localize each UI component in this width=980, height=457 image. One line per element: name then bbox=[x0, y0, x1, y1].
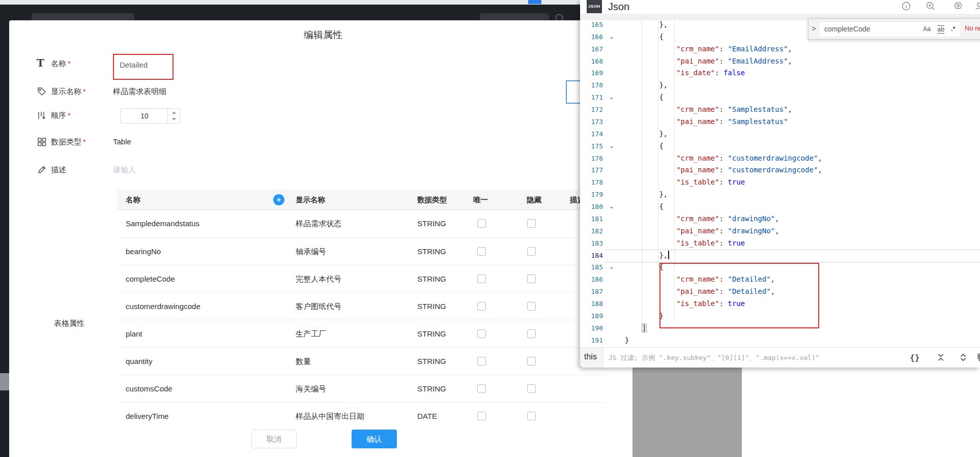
cell-display-name[interactable]: 客户图纸代号 bbox=[296, 293, 341, 320]
cell-display-name[interactable]: 完整人本代号 bbox=[296, 265, 341, 293]
fold-chevron-icon[interactable]: ⌄ bbox=[607, 92, 617, 103]
attribute-table-header: 名称 + 显示名称 数据类型 唯一 隐藏 描述 bbox=[118, 190, 605, 210]
spinner-down-button[interactable] bbox=[168, 116, 180, 123]
code-text: { bbox=[625, 261, 664, 273]
fold-chevron-icon[interactable]: ⌄ bbox=[607, 140, 617, 151]
hidden-checkbox[interactable] bbox=[527, 275, 536, 283]
table-row: completeCode完整人本代号STRING bbox=[118, 265, 605, 292]
fold-chevron-icon[interactable]: ⌄ bbox=[607, 261, 617, 272]
cell-name[interactable]: customerdrawingcode bbox=[126, 293, 200, 320]
code-text: }, bbox=[625, 19, 668, 31]
line-number: 168 bbox=[580, 55, 603, 68]
regex-toggle[interactable]: .* bbox=[951, 25, 955, 33]
table-row: customsCode海关编号STRING bbox=[118, 375, 605, 402]
code-line: 176 "crm_name": "customerdrawingcode", bbox=[580, 153, 980, 165]
unique-checkbox[interactable] bbox=[477, 329, 486, 338]
code-text: } bbox=[625, 310, 664, 322]
line-number: 167 bbox=[580, 43, 603, 55]
json-badge-icon: JSON bbox=[587, 0, 602, 13]
tag-icon bbox=[37, 86, 48, 98]
copy-icon[interactable] bbox=[976, 352, 980, 363]
unique-checkbox[interactable] bbox=[477, 247, 486, 256]
confirm-button[interactable]: 确认 bbox=[352, 430, 397, 448]
hidden-checkbox[interactable] bbox=[527, 247, 536, 256]
hidden-checkbox[interactable] bbox=[527, 302, 536, 311]
code-line: 178 "is_table": true bbox=[580, 176, 980, 189]
line-number: 178 bbox=[580, 176, 603, 189]
order-number-input[interactable]: 10 bbox=[120, 108, 180, 124]
line-number: 170 bbox=[580, 79, 603, 92]
filter-input[interactable]: JS 过滤; 示例 ".key.subkey"、"[0][1]"、".map(x… bbox=[609, 353, 820, 362]
expand-all-icon[interactable] bbox=[959, 352, 970, 363]
cell-name[interactable]: quantity bbox=[126, 348, 153, 375]
hidden-checkbox[interactable] bbox=[527, 219, 536, 228]
cell-name[interactable]: deliveryTime bbox=[126, 403, 168, 425]
whole-word-toggle[interactable]: ab bbox=[937, 25, 944, 34]
hidden-checkbox[interactable] bbox=[527, 357, 536, 365]
line-number: 182 bbox=[580, 225, 603, 237]
cell-name[interactable]: completeCode bbox=[126, 265, 175, 293]
format-braces-icon[interactable]: {} bbox=[910, 352, 921, 363]
filter-context-label: this bbox=[584, 352, 597, 361]
cell-display-name[interactable]: 样品从中国寄出日期 bbox=[296, 403, 364, 425]
unique-checkbox[interactable] bbox=[477, 384, 486, 393]
cell-display-name[interactable]: 生产工厂 bbox=[296, 320, 326, 348]
code-text: "pai_name": "Samplestatus" bbox=[625, 116, 788, 128]
line-number: 171 bbox=[580, 92, 603, 104]
hidden-checkbox[interactable] bbox=[527, 412, 536, 420]
code-text: }, bbox=[625, 250, 669, 262]
unique-checkbox[interactable] bbox=[477, 412, 486, 420]
cell-name[interactable]: plant bbox=[126, 320, 142, 348]
code-line: 168 "pai_name": "EmailAddress", bbox=[580, 55, 980, 68]
fold-chevron-icon[interactable]: ⌄ bbox=[607, 201, 617, 212]
cell-name[interactable]: bearingNo bbox=[126, 238, 161, 265]
user-icon[interactable] bbox=[974, 1, 980, 11]
unique-checkbox[interactable] bbox=[477, 275, 486, 283]
cell-data-type: STRING bbox=[417, 375, 446, 403]
add-column-button[interactable]: + bbox=[273, 194, 284, 205]
spinner-up-button[interactable] bbox=[168, 109, 180, 116]
code-line: 170 }, bbox=[580, 79, 980, 92]
code-line: 174 }, bbox=[580, 128, 980, 140]
unique-checkbox[interactable] bbox=[477, 302, 486, 311]
column-header-display-name: 显示名称 bbox=[296, 190, 325, 210]
fold-chevron-icon[interactable]: ⌄ bbox=[607, 31, 617, 42]
code-text: "is_table": true bbox=[625, 176, 745, 189]
cell-display-name[interactable]: 轴承编号 bbox=[296, 238, 326, 265]
match-case-toggle[interactable]: Aa bbox=[923, 25, 931, 33]
name-input[interactable]: Detailed bbox=[113, 54, 174, 80]
code-line: 175⌄ { bbox=[580, 140, 980, 153]
cell-display-name[interactable]: 样品需求状态 bbox=[296, 210, 341, 237]
line-number: 166 bbox=[580, 31, 603, 43]
code-text: { bbox=[625, 31, 664, 43]
info-icon[interactable] bbox=[901, 1, 911, 11]
collapse-all-icon[interactable] bbox=[936, 352, 947, 363]
code-line: 177 "pai_name": "customerdrawingcode", bbox=[580, 164, 980, 176]
left-scrollbar-thumb[interactable] bbox=[0, 373, 9, 390]
line-number: 187 bbox=[580, 286, 603, 298]
unique-checkbox[interactable] bbox=[477, 219, 486, 228]
code-text: "pai_name": "customerdrawingcode", bbox=[625, 164, 822, 176]
hidden-checkbox[interactable] bbox=[527, 329, 536, 338]
zoom-in-icon[interactable] bbox=[926, 1, 936, 11]
hidden-checkbox[interactable] bbox=[527, 384, 536, 393]
line-number: 181 bbox=[580, 213, 603, 225]
line-number: 183 bbox=[580, 237, 603, 250]
cell-display-name[interactable]: 海关编号 bbox=[296, 375, 326, 403]
code-line: 173 "pai_name": "Samplestatus" bbox=[580, 116, 980, 128]
cell-display-name[interactable]: 数量 bbox=[296, 348, 311, 375]
data-type-value[interactable]: Table bbox=[113, 137, 131, 146]
description-input[interactable]: 请输入 bbox=[113, 165, 136, 175]
cell-name[interactable]: Sampledemandstatus bbox=[126, 210, 199, 237]
settings-icon[interactable] bbox=[953, 1, 963, 11]
cancel-button[interactable]: 取消 bbox=[251, 430, 297, 448]
cell-name[interactable]: customsCode bbox=[126, 375, 172, 403]
code-line: 172 "crm_name": "Samplestatus", bbox=[580, 104, 980, 116]
find-input[interactable]: completeCode Aa ab .* bbox=[820, 22, 960, 36]
display-name-value[interactable]: 样品需求表明细 bbox=[113, 87, 166, 97]
find-expand-chevron-icon[interactable]: > bbox=[812, 24, 816, 33]
screen: 编辑属性 T 名称* Detailed 显示名称* 样品需求表明细 顺序* 10 bbox=[0, 0, 980, 457]
unique-checkbox[interactable] bbox=[477, 357, 486, 365]
code-line: 181 "crm_name": "drawingNo", bbox=[580, 213, 980, 225]
line-number: 175 bbox=[580, 140, 603, 153]
